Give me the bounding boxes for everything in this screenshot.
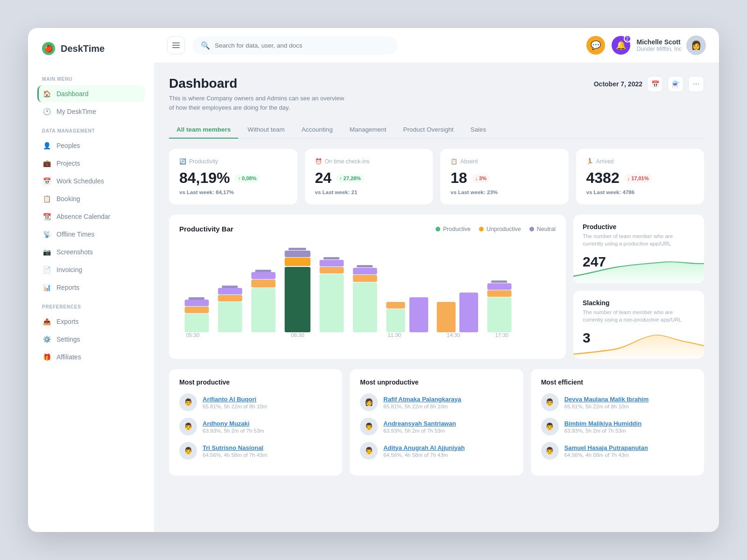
person-name[interactable]: Samuel Hasaja Putrapanutan	[564, 444, 648, 451]
sidebar-item-screenshots[interactable]: 📷 Screenshots	[37, 244, 145, 260]
person-name[interactable]: Andreansyah Santriawan	[383, 420, 456, 427]
person-info: Bimbim Malikiya Humiddin 63.93%, 5h 2m o…	[564, 420, 641, 434]
tab-management[interactable]: Management	[342, 121, 394, 139]
svg-rect-5	[185, 314, 209, 332]
clock-icon: 🕐	[43, 108, 51, 115]
notification-button[interactable]: 🔔 2	[612, 36, 630, 55]
list-item: 👨 Tri Sutrisno Nasional 64.56%, 4h 58m o…	[179, 442, 332, 460]
tab-product-oversight[interactable]: Product Oversight	[395, 121, 461, 139]
page-header: Dashboard This is where Company owners a…	[169, 76, 704, 112]
person-info: Arifianto Al Buqori 65.81%, 5h 22m of 8h…	[203, 396, 267, 409]
preferences-label: PREFERENCES	[37, 304, 145, 309]
person-name[interactable]: Bimbim Malikiya Humiddin	[564, 420, 641, 427]
sidebar-item-offline-times[interactable]: 📡 Offline Times	[37, 226, 145, 243]
svg-rect-37	[491, 280, 507, 283]
tab-without-team[interactable]: Without team	[240, 121, 292, 139]
bar-chart-svg: 05:30 08:30 11:30 14:30 17:30	[179, 241, 556, 339]
sidebar-item-peoples[interactable]: 👤 Peoples	[37, 137, 145, 154]
svg-rect-2	[172, 42, 180, 43]
page-content: Dashboard This is where Company owners a…	[154, 63, 719, 532]
sidebar-item-settings[interactable]: ⚙️ Settings	[37, 331, 145, 348]
slacking-card: Slacking The number of team member who a…	[573, 291, 704, 359]
most-productive-title: Most productive	[179, 378, 332, 386]
search-bar[interactable]: 🔍	[192, 36, 398, 55]
app-name: DeskTime	[61, 43, 105, 54]
sidebar-label: Offline Times	[56, 231, 94, 238]
stat-value: 4382 ↓ 17,01%	[586, 169, 694, 187]
avatar: 👩	[360, 393, 378, 411]
person-name[interactable]: Devva Maulana Malik Ibrahim	[564, 396, 649, 403]
calendar-picker-button[interactable]: 📅	[647, 76, 663, 92]
bottom-section: Most productive 👨 Arifianto Al Buqori 65…	[169, 369, 704, 476]
screenshot-icon: 📷	[43, 248, 51, 256]
svg-rect-18	[285, 258, 310, 266]
exports-icon: 📤	[43, 318, 51, 325]
sidebar-label: Dashboard	[56, 90, 89, 98]
person-stats: 64.56%, 4h 58m of 7h 43m	[564, 452, 648, 458]
data-management-label: DATA MANAGEMENT	[37, 128, 145, 133]
page-date: October 7, 2022	[594, 80, 642, 88]
sidebar-item-my-desktime[interactable]: 🕐 My DeskTime	[37, 103, 145, 120]
chat-icon: 💬	[591, 40, 601, 50]
person-name[interactable]: Aditya Anugrah Al Ajjuniyah	[383, 444, 465, 451]
stat-vs: vs Last week: 23%	[451, 189, 558, 195]
list-item: 👨 Arifianto Al Buqori 65.81%, 5h 22m of …	[179, 393, 332, 411]
person-stats: 64.56%, 4h 58m of 7h 43m	[383, 452, 465, 458]
svg-rect-24	[324, 257, 340, 259]
middle-section: Productivity Bar Productive Unproductive	[169, 215, 704, 359]
person-name[interactable]: Arifianto Al Buqori	[203, 396, 267, 403]
offline-icon: 📡	[43, 231, 51, 238]
tab-accounting[interactable]: Accounting	[294, 121, 340, 139]
filter-button[interactable]: ⚗️	[668, 76, 684, 92]
person-name[interactable]: Rafif Atmaka Palangkaraya	[383, 396, 461, 403]
tab-all-team-members[interactable]: All team members	[169, 121, 238, 139]
svg-rect-29	[386, 309, 405, 332]
bar-chart-area: 05:30 08:30 11:30 14:30 17:30	[179, 241, 556, 349]
most-unproductive-card: Most unproductive 👩 Rafif Atmaka Palangk…	[350, 369, 523, 476]
person-name[interactable]: Ardhony Muzaki	[203, 420, 264, 427]
person-name[interactable]: Tri Sutrisno Nasional	[203, 444, 267, 451]
sidebar-item-invoicing[interactable]: 📄 Invoicing	[37, 261, 145, 278]
more-options-button[interactable]: ⋯	[688, 76, 704, 92]
absent-icon: 📋	[451, 158, 458, 165]
person-stats: 63.93%, 5h 2m of 7h 53m	[383, 428, 456, 434]
stat-card-arrived: 🏃 Arrived 4382 ↓ 17,01% vs Last week: 47…	[576, 149, 705, 204]
svg-text:08:30: 08:30	[291, 333, 304, 338]
sidebar-item-projects[interactable]: 💼 Projects	[37, 155, 145, 172]
sidebar-item-booking[interactable]: 📋 Booking	[37, 190, 145, 207]
sidebar-item-dashboard[interactable]: 🏠 Dashboard	[37, 85, 145, 102]
svg-rect-25	[353, 282, 377, 332]
menu-toggle-button[interactable]	[167, 36, 185, 54]
sidebar-item-absence-calendar[interactable]: 📆 Absence Calendar	[37, 208, 145, 225]
main-menu-label: MAIN MENU	[37, 77, 145, 82]
search-input[interactable]	[215, 42, 389, 49]
chart-title: Productivity Bar	[179, 225, 233, 233]
avatar: 👨	[541, 442, 559, 460]
list-item: 👨 Andreansyah Santriawan 63.93%, 5h 2m o…	[360, 418, 513, 435]
sidebar-item-exports[interactable]: 📤 Exports	[37, 313, 145, 330]
person-info: Rafif Atmaka Palangkaraya 65.81%, 5h 22m…	[383, 396, 461, 409]
sidebar-label: Invoicing	[56, 266, 82, 273]
svg-rect-26	[353, 275, 377, 282]
svg-text:11:30: 11:30	[388, 333, 401, 338]
sidebar-item-reports[interactable]: 📊 Reports	[37, 279, 145, 296]
team-tabs: All team members Without team Accounting…	[169, 121, 704, 139]
stat-card-absent: 📋 Absent 18 ↓ 3% vs Last week: 23%	[440, 149, 569, 204]
person-info: Tri Sutrisno Nasional 64.56%, 4h 58m of …	[203, 444, 267, 458]
list-item: 👨 Aditya Anugrah Al Ajjuniyah 64.56%, 4h…	[360, 442, 513, 460]
stat-value: 84,19% ↑ 0,08%	[179, 169, 287, 187]
person-stats: 65.81%, 5h 22m of 8h 10m	[564, 404, 649, 409]
list-item: 👨 Bimbim Malikiya Humiddin 63.93%, 5h 2m…	[541, 418, 694, 435]
stat-badge: ↑ 0,08%	[235, 174, 260, 182]
chat-button[interactable]: 💬	[586, 36, 605, 55]
svg-rect-4	[172, 47, 180, 48]
sidebar-item-affiliates[interactable]: 🎁 Affiliates	[37, 349, 145, 365]
tab-sales[interactable]: Sales	[463, 121, 494, 139]
person-info: Aditya Anugrah Al Ajjuniyah 64.56%, 4h 5…	[383, 444, 465, 458]
user-company: Dunder Mifflin, Inc	[637, 46, 682, 52]
person-info: Samuel Hasaja Putrapanutan 64.56%, 4h 58…	[564, 444, 648, 458]
sidebar-label: Absence Calendar	[56, 213, 110, 220]
booking-icon: 📋	[43, 195, 51, 203]
sidebar-item-work-schedules[interactable]: 📅 Work Schedules	[37, 173, 145, 189]
sidebar-label: Work Schedules	[56, 177, 104, 185]
